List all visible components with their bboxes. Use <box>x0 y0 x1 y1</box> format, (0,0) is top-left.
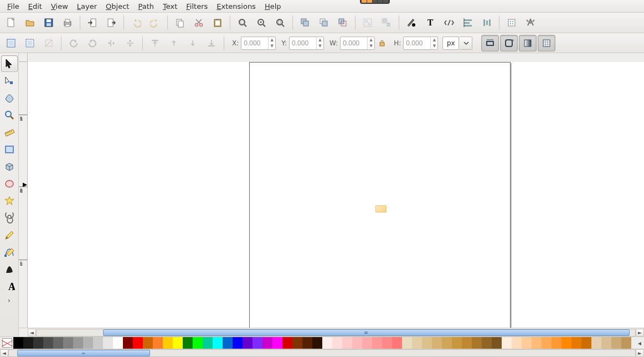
duplicate-button[interactable] <box>296 14 314 31</box>
zoom-drawing-button[interactable] <box>253 14 270 31</box>
scroll-right-icon[interactable]: ► <box>636 329 644 337</box>
document-properties-button[interactable] <box>522 14 539 31</box>
scroll-left-icon[interactable]: ◄ <box>28 329 36 337</box>
swatch[interactable] <box>522 337 532 349</box>
palette-scroll-left-icon[interactable]: ◄ <box>0 349 8 357</box>
canvas-scrollbar-horizontal[interactable]: ◄ ≡ ► <box>28 328 644 337</box>
menu-view[interactable]: View <box>47 1 72 12</box>
h-input[interactable]: ▲▼ <box>403 37 438 50</box>
rotate-cw-button[interactable] <box>84 35 101 51</box>
swatch[interactable] <box>392 337 402 349</box>
swatch[interactable] <box>591 337 601 349</box>
swatch[interactable] <box>53 337 63 349</box>
swatch[interactable] <box>621 337 631 349</box>
undo-button[interactable] <box>127 14 145 31</box>
swatch[interactable] <box>133 337 143 349</box>
cut-button[interactable] <box>190 14 208 31</box>
ruler-vertical[interactable]: 15k10k5k <box>19 62 28 328</box>
swatch[interactable] <box>571 337 581 349</box>
save-button[interactable] <box>40 14 58 31</box>
swatch[interactable] <box>552 337 561 349</box>
y-input[interactable]: ▲▼ <box>289 37 324 50</box>
swatch[interactable] <box>243 337 253 349</box>
deselect-button[interactable] <box>40 35 58 51</box>
export-button[interactable] <box>102 14 120 31</box>
menu-help[interactable]: Help <box>261 1 285 12</box>
swatch[interactable] <box>322 337 332 349</box>
text-tool[interactable]: A <box>1 278 18 295</box>
pencil-tool[interactable] <box>1 227 18 244</box>
swatch[interactable] <box>173 337 183 349</box>
group-button[interactable] <box>359 14 377 31</box>
menu-path[interactable]: Path <box>134 1 158 12</box>
swatch[interactable] <box>203 337 213 349</box>
text-dialog-button[interactable]: T <box>421 14 439 31</box>
swatch-none[interactable] <box>2 338 12 348</box>
swatch[interactable] <box>512 337 522 349</box>
zoom-tool[interactable] <box>1 107 18 123</box>
raise-button[interactable] <box>165 35 183 51</box>
affect-gradient-button[interactable] <box>519 35 537 51</box>
rectangle-tool[interactable] <box>1 141 18 158</box>
swatch[interactable] <box>253 337 262 349</box>
swatch[interactable] <box>213 337 223 349</box>
clone-button[interactable] <box>315 14 333 31</box>
flip-horizontal-button[interactable] <box>102 35 120 51</box>
lower-to-bottom-button[interactable] <box>203 35 220 51</box>
align-distribute-button[interactable] <box>478 14 496 31</box>
swatch[interactable] <box>153 337 163 349</box>
swatch[interactable] <box>542 337 552 349</box>
calligraphy-tool[interactable] <box>1 261 18 278</box>
paste-button[interactable] <box>209 14 226 31</box>
bezier-tool[interactable] <box>1 244 18 261</box>
swatch[interactable] <box>611 337 621 349</box>
swatch[interactable] <box>432 337 442 349</box>
copy-button[interactable] <box>171 14 189 31</box>
scroll-thumb-horizontal[interactable]: ≡ <box>103 329 630 336</box>
print-button[interactable] <box>59 14 76 31</box>
swatch[interactable] <box>63 337 73 349</box>
unit-select[interactable]: px <box>442 37 459 50</box>
unlink-clone-button[interactable] <box>334 14 352 31</box>
swatch[interactable] <box>362 337 372 349</box>
swatch[interactable] <box>233 337 243 349</box>
swatch[interactable] <box>302 337 312 349</box>
swatch[interactable] <box>342 337 352 349</box>
align-dialog-button[interactable] <box>459 14 477 31</box>
swatch[interactable] <box>223 337 233 349</box>
preferences-button[interactable] <box>503 14 521 31</box>
swatch[interactable] <box>442 337 452 349</box>
menu-extensions[interactable]: Extensions <box>213 1 260 12</box>
swatch[interactable] <box>103 337 113 349</box>
swatch[interactable] <box>422 337 432 349</box>
menu-edit[interactable]: Edit <box>24 1 46 12</box>
redo-button[interactable] <box>146 14 164 31</box>
ellipse-tool[interactable] <box>1 175 18 192</box>
xml-editor-button[interactable] <box>440 14 458 31</box>
swatch[interactable] <box>33 337 43 349</box>
import-button[interactable] <box>84 14 101 31</box>
swatch[interactable] <box>73 337 83 349</box>
x-input[interactable]: ▲▼ <box>241 37 276 50</box>
select-all-button[interactable] <box>21 35 39 51</box>
canvas[interactable] <box>28 62 644 328</box>
ungroup-button[interactable] <box>378 14 395 31</box>
raise-to-top-button[interactable] <box>146 35 164 51</box>
open-button[interactable] <box>21 14 39 31</box>
swatch[interactable] <box>272 337 282 349</box>
canvas-object[interactable] <box>375 205 387 213</box>
swatch[interactable] <box>352 337 362 349</box>
swatch[interactable] <box>183 337 193 349</box>
swatch[interactable] <box>561 337 571 349</box>
3dbox-tool[interactable] <box>1 158 18 175</box>
star-tool[interactable] <box>1 193 18 209</box>
rotate-ccw-button[interactable] <box>65 35 83 51</box>
swatch[interactable] <box>472 337 482 349</box>
swatch[interactable] <box>382 337 392 349</box>
swatch[interactable] <box>452 337 462 349</box>
selector-tool[interactable] <box>1 55 18 72</box>
node-tool[interactable] <box>1 73 18 89</box>
swatch[interactable] <box>143 337 153 349</box>
swatch[interactable] <box>502 337 512 349</box>
swatch[interactable] <box>282 337 292 349</box>
